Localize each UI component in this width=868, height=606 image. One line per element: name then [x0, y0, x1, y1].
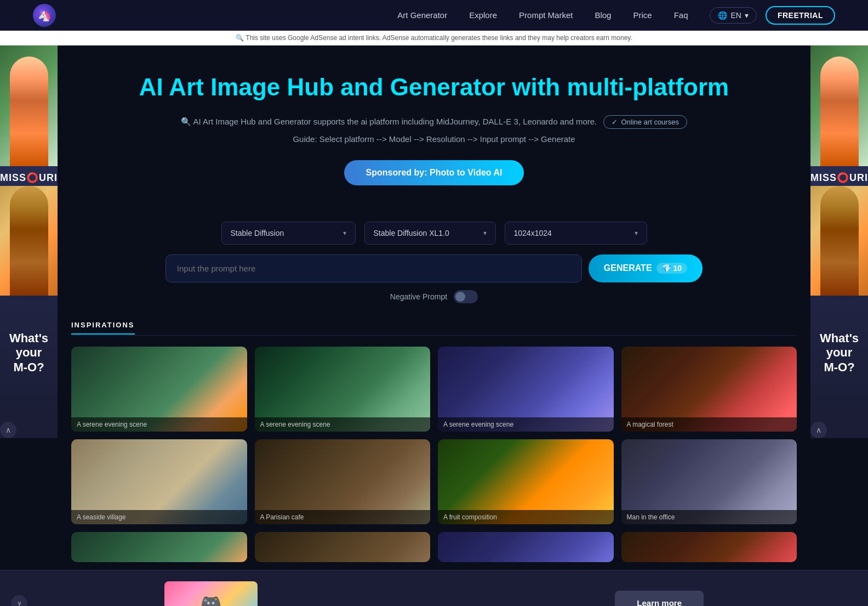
chevron-down-icon: ▾: [745, 11, 749, 20]
inspiration-label-7: A fruit composition: [438, 510, 614, 524]
inspiration-item-8[interactable]: Man in the office: [621, 439, 797, 524]
divider: [71, 335, 797, 336]
prompt-input[interactable]: [165, 254, 582, 282]
navbar: 🦄 Art Generator Explore Prompt Market Bl…: [0, 0, 868, 31]
inspiration-image-12: [621, 532, 797, 562]
left-ad-arrow[interactable]: ∧: [0, 422, 16, 438]
hero-title: AI Art Image Hub and Generator with mult…: [71, 73, 797, 102]
inspiration-image-11: [438, 532, 614, 562]
ad-banner-text: This site uses Google AdSense ad intent …: [245, 34, 632, 42]
right-ad-person: [820, 56, 859, 166]
hero-subtitle-text: AI Art Image Hub and Generator supports …: [193, 117, 597, 126]
chevron-down-icon-model: ▾: [483, 229, 487, 237]
generate-label: GENERATE: [604, 263, 652, 273]
gem-count: 10: [673, 264, 682, 273]
nav-blog[interactable]: Blog: [595, 10, 611, 20]
dropdowns-row: Stable Diffusion ▾ Stable Diffusion XL1.…: [71, 222, 797, 245]
free-trial-button[interactable]: FREETRIAL: [766, 6, 835, 25]
platform-label: Stable Diffusion: [231, 229, 284, 237]
lang-label: EN: [730, 11, 741, 20]
inspiration-label-5: A seaside village: [71, 510, 247, 524]
inspiration-item-12[interactable]: [621, 532, 797, 562]
bottom-ad: ∨ 🎮 Learn more: [0, 570, 868, 606]
right-ad-arrow[interactable]: ∧: [810, 422, 827, 438]
hero-guide: Guide: Select platform --> Model --> Res…: [71, 134, 797, 144]
inspirations-section: INSPIRATIONS A serene evening scene A se…: [71, 320, 797, 562]
inspiration-item-11[interactable]: [438, 532, 614, 562]
inspiration-label-6: A Parisian cafe: [255, 510, 431, 524]
checkmark-icon: ✓: [612, 118, 618, 126]
inspiration-label-4: A magical forest: [621, 417, 797, 432]
nav-explore[interactable]: Explore: [469, 10, 497, 20]
inspiration-label-2: A serene evening scene: [255, 417, 431, 432]
negative-prompt-label: Negative Prompt: [390, 292, 447, 301]
inspiration-image-10: [255, 532, 431, 562]
nav-prompt-market[interactable]: Prompt Market: [519, 10, 573, 20]
left-ad-image-top: [0, 46, 58, 166]
globe-icon: 🌐: [718, 11, 727, 20]
inspiration-label-3: A serene evening scene: [438, 417, 614, 432]
search-icon: 🔍: [236, 34, 244, 42]
negative-prompt-row: Negative Prompt: [71, 290, 797, 303]
right-ad-logo: MISS⭕URI: [810, 166, 868, 186]
hero-subtitle: 🔍 AI Art Image Hub and Generator support…: [71, 115, 797, 129]
gem-badge: 💎 10: [656, 263, 688, 274]
right-ad-image-top: [810, 46, 868, 166]
left-ad-content: MISS⭕URI What'syourM-O?: [0, 46, 58, 418]
inspiration-image-9: [71, 532, 247, 562]
online-art-label: Online art courses: [621, 118, 679, 126]
left-side-ad: MISS⭕URI What'syourM-O? ∧: [0, 46, 58, 438]
ad-banner: 🔍 This site uses Google AdSense ad inten…: [0, 31, 868, 46]
nav-right: 🌐 EN ▾ FREETRIAL: [710, 6, 835, 25]
left-ad-logo: MISS⭕URI: [0, 166, 58, 186]
inspiration-label-1: A serene evening scene: [71, 417, 247, 432]
inspiration-item-1[interactable]: A serene evening scene: [71, 347, 247, 432]
main-wrapper: MISS⭕URI What'syourM-O? ∧ MISS⭕URI What'…: [0, 46, 868, 562]
inspiration-item-4[interactable]: A magical forest: [621, 347, 797, 432]
inspiration-label-8: Man in the office: [621, 510, 797, 524]
platform-dropdown[interactable]: Stable Diffusion ▾: [221, 222, 356, 245]
logo[interactable]: 🦄: [33, 4, 56, 27]
inspiration-item-6[interactable]: A Parisian cafe: [255, 439, 431, 524]
hero-section: AI Art Image Hub and Generator with mult…: [71, 46, 797, 222]
inspirations-row-3: [71, 532, 797, 562]
bottom-ad-collapse[interactable]: ∨: [11, 595, 27, 606]
bottom-ad-image: 🎮: [164, 581, 258, 606]
right-ad-text: What'syourM-O?: [820, 331, 859, 375]
language-selector[interactable]: 🌐 EN ▾: [710, 7, 756, 24]
model-label: Stable Diffusion XL1.0: [374, 229, 449, 237]
inspiration-item-9[interactable]: [71, 532, 247, 562]
inspiration-item-7[interactable]: A fruit composition: [438, 439, 614, 524]
right-ad-content: MISS⭕URI What'syourM-O?: [810, 46, 868, 418]
chevron-down-icon-resolution: ▾: [635, 229, 638, 237]
model-dropdown[interactable]: Stable Diffusion XL1.0 ▾: [364, 222, 496, 245]
inspirations-row-1: A serene evening scene A serene evening …: [71, 347, 797, 432]
nav-price[interactable]: Price: [633, 10, 652, 20]
gem-icon: 💎: [662, 264, 671, 273]
logo-icon: 🦄: [33, 4, 56, 27]
inspiration-item-2[interactable]: A serene evening scene: [255, 347, 431, 432]
right-side-ad: MISS⭕URI What'syourM-O? ∧: [810, 46, 868, 438]
nav-links: Art Generator Explore Prompt Market Blog…: [397, 10, 688, 20]
online-art-badge[interactable]: ✓ Online art courses: [603, 115, 687, 129]
inspiration-item-3[interactable]: A serene evening scene: [438, 347, 614, 432]
nav-art-generator[interactable]: Art Generator: [397, 10, 447, 20]
left-ad-person: [10, 56, 48, 166]
right-ad-person2: [820, 186, 859, 296]
left-ad-text: What'syourM-O?: [9, 331, 48, 375]
inspirations-header: INSPIRATIONS: [71, 321, 135, 335]
learn-more-button[interactable]: Learn more: [615, 591, 704, 606]
left-ad-person2: [10, 186, 48, 296]
search-icon-2: 🔍: [181, 117, 191, 126]
inspiration-item-5[interactable]: A seaside village: [71, 439, 247, 524]
negative-prompt-toggle[interactable]: [454, 290, 478, 303]
prompt-row: GENERATE 💎 10: [71, 254, 797, 282]
sponsor-button[interactable]: Sponsored by: Photo to Video AI: [344, 160, 524, 185]
inspiration-item-10[interactable]: [255, 532, 431, 562]
generate-button[interactable]: GENERATE 💎 10: [589, 254, 703, 282]
chevron-down-icon-platform: ▾: [343, 229, 346, 237]
resolution-label: 1024x1024: [514, 229, 552, 237]
inspirations-row-2: A seaside village A Parisian cafe A frui…: [71, 439, 797, 524]
resolution-dropdown[interactable]: 1024x1024 ▾: [505, 222, 647, 245]
nav-faq[interactable]: Faq: [674, 10, 688, 20]
